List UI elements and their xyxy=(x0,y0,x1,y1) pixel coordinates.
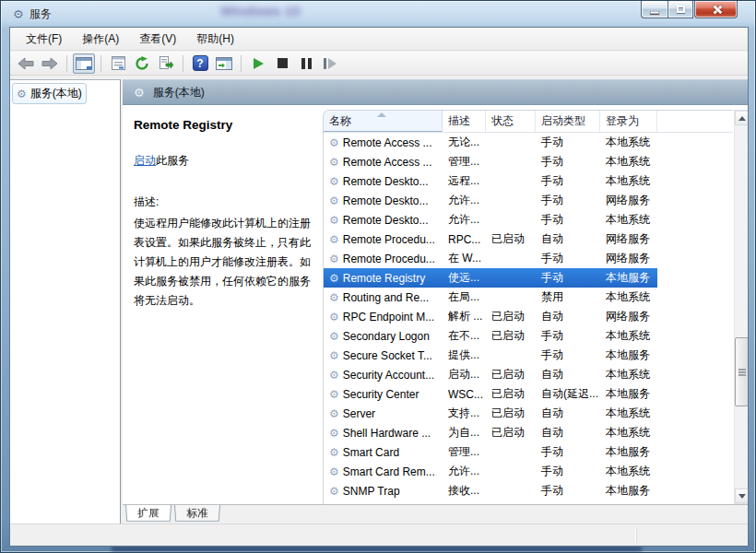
service-gear-icon: ⚙ xyxy=(329,465,339,478)
pane-header-title: 服务(本地) xyxy=(153,85,205,100)
toolbar-separator xyxy=(183,55,183,72)
table-row[interactable]: ⚙Security Account...启动...已启动自动本地系统 xyxy=(324,365,733,384)
stop-service-icon xyxy=(278,58,288,68)
cell-desc: 允许... xyxy=(443,210,486,229)
forward-button[interactable] xyxy=(39,53,61,74)
start-service-link[interactable]: 启动 xyxy=(134,154,156,167)
properties-icon xyxy=(112,56,125,70)
toolbar: ? xyxy=(10,52,748,76)
table-row[interactable]: ⚙SNMP Trap接收...手动本地服务 xyxy=(324,481,733,500)
start-service-icon xyxy=(254,58,264,69)
table-row[interactable]: ⚙Remote Deskto...允许...手动网络服务 xyxy=(324,191,733,210)
column-header-logon-as[interactable]: 登录为 xyxy=(600,111,657,132)
cell-logon: 本地服务 xyxy=(600,268,657,288)
close-icon xyxy=(712,5,722,15)
menu-item-action[interactable]: 操作(A) xyxy=(74,29,127,50)
tree-item-services-local[interactable]: ⚙ 服务(本地) xyxy=(12,83,87,104)
cell-status xyxy=(486,191,536,210)
scroll-up-button[interactable] xyxy=(735,111,748,125)
cell-desc: 允许... xyxy=(443,191,486,210)
cell-startup: 手动 xyxy=(536,249,600,268)
column-header-description[interactable]: 描述 xyxy=(443,111,486,132)
scrollbar-thumb[interactable] xyxy=(735,337,748,406)
cell-desc: 启动... xyxy=(443,365,486,384)
refresh-button[interactable] xyxy=(131,53,153,74)
cell-name: ⚙Remote Deskto... xyxy=(324,210,443,229)
table-row[interactable]: ⚙Remote Access ...无论...手动本地系统 xyxy=(324,133,733,152)
cell-logon: 网络服务 xyxy=(600,307,657,326)
table-row[interactable]: ⚙Secure Socket T...提供...手动本地服务 xyxy=(324,346,733,365)
cell-status: 已启动 xyxy=(486,229,536,249)
table-row[interactable]: ⚙Secondary Logon在不...已启动手动本地系统 xyxy=(324,326,733,346)
cell-name: ⚙Secure Socket T... xyxy=(324,346,443,365)
title-bar[interactable]: ⚙ 服务 xyxy=(1,1,755,27)
column-header-status[interactable]: 状态 xyxy=(486,111,536,132)
status-bar xyxy=(10,524,748,546)
stop-service-button[interactable] xyxy=(271,53,293,74)
table-row[interactable]: ⚙Remote Deskto...允许...手动本地系统 xyxy=(324,210,733,229)
cell-startup: 手动 xyxy=(536,481,600,500)
cell-logon: 本地系统 xyxy=(600,404,657,423)
toolbar-separator xyxy=(241,55,242,72)
table-row[interactable]: ⚙Server支持...已启动自动本地系统 xyxy=(324,404,733,423)
vertical-scrollbar[interactable] xyxy=(734,110,748,504)
table-row[interactable]: ⚙Shell Hardware ...为自...已启动自动本地系统 xyxy=(324,423,733,442)
cell-name: ⚙Remote Registry xyxy=(324,268,443,288)
tab-standard[interactable]: 标准 xyxy=(174,505,220,522)
table-row[interactable]: ⚙Remote Access ...管理...手动本地系统 xyxy=(324,152,733,171)
menu-item-help[interactable]: 帮助(H) xyxy=(188,29,242,50)
cell-logon: 本地系统 xyxy=(600,365,657,384)
column-header-name[interactable]: 名称 xyxy=(324,111,443,132)
pause-service-button[interactable] xyxy=(295,53,317,74)
show-action-pane-button[interactable] xyxy=(213,53,235,74)
start-service-button[interactable] xyxy=(247,53,269,74)
restart-service-button[interactable] xyxy=(319,53,341,74)
table-row[interactable]: ⚙Remote Registry使远...手动本地服务 xyxy=(324,268,733,288)
cell-status xyxy=(486,481,536,500)
table-row[interactable]: ⚙Remote Procedu...在 W...手动网络服务 xyxy=(324,249,733,268)
cell-status xyxy=(486,268,536,288)
table-row[interactable]: ⚙Smart Card管理...手动本地服务 xyxy=(324,442,733,462)
close-button[interactable] xyxy=(694,1,738,18)
client-area: 文件(F) 操作(A) 查看(V) 帮助(H) xyxy=(9,27,749,547)
view-tabs: 扩展 标准 xyxy=(123,504,748,524)
minimize-button[interactable] xyxy=(641,1,667,18)
show-console-tree-button[interactable] xyxy=(73,53,95,74)
toolbar-separator xyxy=(100,55,101,72)
cell-name: ⚙Remote Procedu... xyxy=(324,249,443,268)
app-gear-icon: ⚙ xyxy=(13,7,24,21)
toolbar-separator xyxy=(66,55,67,72)
table-row[interactable]: ⚙Remote Procedu...RPC...已启动自动网络服务 xyxy=(324,229,733,249)
menu-item-view[interactable]: 查看(V) xyxy=(131,29,184,50)
service-gear-icon: ⚙ xyxy=(329,233,339,246)
table-row[interactable]: ⚙RPC Endpoint M...解析 ...已启动自动网络服务 xyxy=(324,307,733,326)
cell-desc: 使远... xyxy=(443,268,486,288)
back-button[interactable] xyxy=(15,53,37,74)
table-row[interactable]: ⚙Remote Deskto...远程...手动本地系统 xyxy=(324,171,733,191)
cell-logon: 本地系统 xyxy=(600,423,657,442)
table-row[interactable]: ⚙Routing and Re...在局...禁用本地系统 xyxy=(324,288,733,307)
cell-name: ⚙Remote Access ... xyxy=(324,133,443,152)
cell-name: ⚙Server xyxy=(324,404,443,423)
table-row[interactable]: ⚙Security CenterWSC...已启动自动(延迟...本地服务 xyxy=(324,384,733,404)
export-list-button[interactable] xyxy=(155,53,177,74)
column-header-startup-type[interactable]: 启动类型 xyxy=(536,111,600,132)
cell-status xyxy=(486,462,536,481)
cell-name: ⚙Security Center xyxy=(324,384,443,404)
cell-desc: 远程... xyxy=(443,171,486,191)
tab-extended[interactable]: 扩展 xyxy=(125,505,171,522)
service-detail-panel: Remote Registry 启动此服务 描述: 使远程用户能修改此计算机上的… xyxy=(123,105,323,504)
help-button[interactable]: ? xyxy=(189,53,211,74)
restart-service-icon xyxy=(324,58,337,69)
cell-startup: 自动 xyxy=(536,423,600,442)
cell-status xyxy=(486,249,536,268)
maximize-button[interactable] xyxy=(667,1,693,18)
properties-button[interactable] xyxy=(107,53,129,74)
cell-logon: 本地系统 xyxy=(600,210,657,229)
cell-status: 已启动 xyxy=(486,384,536,404)
cell-logon: 本地系统 xyxy=(600,152,657,171)
menu-item-file[interactable]: 文件(F) xyxy=(18,29,70,50)
service-gear-icon: ⚙ xyxy=(329,407,339,420)
table-row[interactable]: ⚙Smart Card Rem...允许...手动本地系统 xyxy=(324,462,733,481)
scroll-down-button[interactable] xyxy=(735,488,748,503)
